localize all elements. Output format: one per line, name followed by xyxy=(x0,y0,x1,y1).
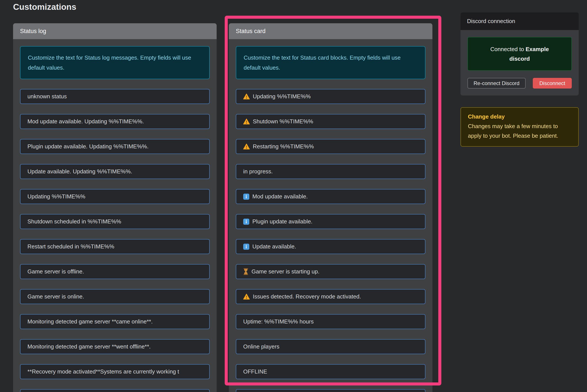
status-card-field[interactable]: OFFLINE xyxy=(236,364,425,379)
status-log-panel: Status log Customize the text for Status… xyxy=(13,23,217,392)
field-value: Shutdown scheduled in %%TIME%% xyxy=(28,218,121,225)
status-card-field[interactable]: Restarting %%TIME%% xyxy=(236,139,425,154)
info-icon xyxy=(243,194,249,200)
field-value: Online players xyxy=(243,343,279,350)
connected-status-box: Connected to Example discord xyxy=(467,37,572,71)
status-log-field[interactable]: Plugin update available. Updating %%TIME… xyxy=(20,139,210,154)
status-card-field[interactable]: Updating %%TIME%% xyxy=(236,89,425,104)
connected-prefix: Connected to xyxy=(490,46,524,52)
discord-buttons-row: Re-connect Discord Disconnect xyxy=(467,78,572,88)
field-value: unknown status xyxy=(28,93,67,100)
page-title: Customizations xyxy=(13,2,76,12)
status-card-field[interactable]: Online players xyxy=(236,339,425,354)
reconnect-discord-button[interactable]: Re-connect Discord xyxy=(467,78,526,88)
field-value: Update available. xyxy=(252,243,296,250)
field-value: in progress. xyxy=(243,168,273,175)
status-card-field[interactable] xyxy=(236,389,425,392)
field-value: Issues detected. Recovery mode activated… xyxy=(253,293,361,300)
field-value: Updating %%TIME%% xyxy=(28,193,85,200)
status-log-field[interactable]: Mod update available. Updating %%TIME%%. xyxy=(20,114,210,129)
field-value: Restarting %%TIME%% xyxy=(253,143,314,150)
field-value: Mod update available. Updating %%TIME%%. xyxy=(28,118,144,125)
info-icon xyxy=(243,244,249,250)
status-card-field[interactable]: Update available. xyxy=(236,239,425,254)
status-card-field[interactable]: in progress. xyxy=(236,164,425,179)
status-log-panel-body: Customize the text for Status log messag… xyxy=(13,39,217,392)
disconnect-button[interactable]: Disconnect xyxy=(533,78,572,88)
status-card-field[interactable]: Mod update available. xyxy=(236,189,425,204)
change-delay-title: Change delay xyxy=(468,113,571,120)
warning-icon xyxy=(243,294,250,300)
status-card-info-alert: Customize the text for Status card block… xyxy=(236,46,425,79)
field-value: Game server is offline. xyxy=(28,268,84,275)
field-value: Plugin update available. xyxy=(252,218,313,225)
hourglass-icon xyxy=(243,268,248,275)
connected-status-text: Connected to Example discord xyxy=(484,44,556,64)
status-log-field[interactable]: Shutdown scheduled in %%TIME%% xyxy=(20,214,210,229)
field-value: Game server is starting up. xyxy=(251,268,320,275)
field-value: Update available. Updating %%TIME%%. xyxy=(28,168,132,175)
warning-icon xyxy=(243,144,250,150)
status-log-field[interactable]: Monitoring detected game server **went o… xyxy=(20,339,210,354)
status-log-field[interactable]: unknown status xyxy=(20,89,210,104)
status-log-info-alert: Customize the text for Status log messag… xyxy=(20,46,210,79)
field-value: Updating %%TIME%% xyxy=(253,93,311,100)
status-card-field[interactable]: Game server is starting up. xyxy=(236,264,425,279)
discord-connection-header: Discord connection xyxy=(460,12,579,30)
field-value: Mod update available. xyxy=(252,193,308,200)
field-value: Uptime: %%TIME%% hours xyxy=(243,318,314,325)
status-card-panel: Status card Customize the text for Statu… xyxy=(229,23,432,392)
status-log-field[interactable]: Update available. Updating %%TIME%%. xyxy=(20,164,210,179)
change-delay-notice: Change delay Changes may take a few minu… xyxy=(460,107,579,146)
status-card-panel-header: Status card xyxy=(229,23,432,39)
status-log-field[interactable]: Monitoring detected game server **came o… xyxy=(20,314,210,329)
field-value: **Recovery mode activated**Systems are c… xyxy=(28,368,179,375)
field-value: Monitoring detected game server **came o… xyxy=(28,318,153,325)
status-card-field[interactable]: Uptime: %%TIME%% hours xyxy=(236,314,425,329)
field-value: Game server is online. xyxy=(28,293,84,300)
status-card-panel-body: Customize the text for Status card block… xyxy=(229,39,432,392)
status-log-field[interactable]: Game server is offline. xyxy=(20,264,210,279)
status-log-panel-header: Status log xyxy=(13,23,217,39)
warning-icon xyxy=(243,118,250,124)
field-value: Monitoring detected game server **went o… xyxy=(28,343,151,350)
field-value: Shutdown %%TIME%% xyxy=(253,118,313,125)
field-value: Plugin update available. Updating %%TIME… xyxy=(28,143,148,150)
status-log-field[interactable]: **Recovery mode activated**Systems are c… xyxy=(20,364,210,379)
status-log-field[interactable]: Restart scheduled in %%TIME%% xyxy=(20,239,210,254)
change-delay-body: Changes may take a few minutes to apply … xyxy=(468,122,559,140)
warning-icon xyxy=(243,94,250,100)
info-icon xyxy=(243,218,249,225)
status-card-field[interactable]: Shutdown %%TIME%% xyxy=(236,114,425,129)
status-card-field[interactable]: Plugin update available. xyxy=(236,214,425,229)
customizations-page: Customizations Status log Customize the … xyxy=(0,0,587,392)
status-card-field[interactable]: Issues detected. Recovery mode activated… xyxy=(236,289,425,304)
field-value: OFFLINE xyxy=(243,368,267,375)
discord-connection-body: Connected to Example discord Re-connect … xyxy=(460,30,579,96)
status-log-field[interactable]: Game server is online. xyxy=(20,289,210,304)
discord-connection-panel: Discord connection Connected to Example … xyxy=(460,12,579,96)
field-value: Restart scheduled in %%TIME%% xyxy=(28,243,114,250)
status-log-field[interactable] xyxy=(20,389,210,392)
status-log-field[interactable]: Updating %%TIME%% xyxy=(20,189,210,204)
